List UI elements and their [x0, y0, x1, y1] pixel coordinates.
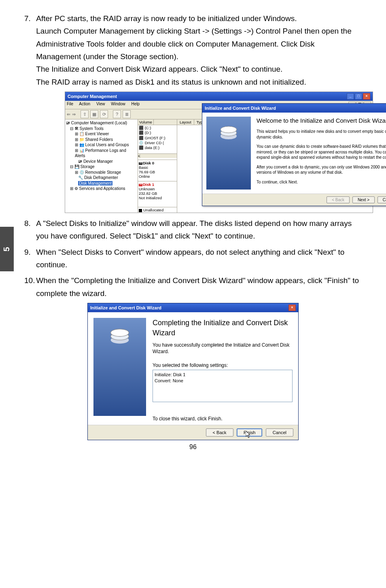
wizard2-close-icon[interactable]: × — [288, 305, 296, 311]
close-icon[interactable]: × — [363, 93, 370, 100]
wizard-heading: Welcome to the Initialize and Convert Di… — [257, 117, 386, 125]
cursor-icon — [246, 431, 252, 439]
mmc-titlebar: Computer Management _ □ × — [65, 92, 373, 101]
svg-point-5 — [111, 329, 129, 337]
screenshot-computer-management: Computer Management _ □ × File Action Vi… — [65, 92, 373, 213]
step-body: After PC starts, the RAID array is now r… — [36, 12, 361, 88]
page-number: 96 — [24, 443, 362, 451]
maximize-icon[interactable]: □ — [355, 93, 362, 100]
up-icon[interactable]: ⇧ — [81, 110, 89, 118]
menu-view[interactable]: View — [96, 102, 105, 106]
menu-window[interactable]: Window — [111, 102, 125, 106]
menu-file[interactable]: File — [67, 102, 73, 106]
wizard-welcome-window: Initialize and Convert Disk Wizard × Wel… — [202, 103, 386, 206]
step-7: 7. After PC starts, the RAID array is no… — [24, 12, 362, 88]
wizard2-graphic — [93, 318, 146, 416]
help-icon[interactable]: ? — [113, 110, 121, 118]
wizard-graphic — [206, 117, 251, 190]
nav-back-icon[interactable]: ⇐ — [67, 112, 70, 117]
chapter-tab: 5 — [0, 227, 14, 271]
disk0-tile[interactable]: 🖴Disk 0 Basic 76.69 GB Online — [138, 160, 177, 179]
legend-unallocated: Unallocated — [138, 207, 178, 213]
tree-disk-management[interactable]: Disk Management — [78, 181, 112, 185]
step-number: 7. — [24, 12, 34, 25]
mmc-title: Computer Management — [68, 94, 117, 99]
step-9: 9. When "Select Disks to Convert" window… — [24, 246, 362, 271]
wizard-next-button[interactable]: Next > — [352, 196, 375, 203]
wizard2-back-button[interactable]: < Back — [206, 428, 233, 437]
menu-help[interactable]: Help — [131, 102, 140, 106]
svg-marker-6 — [246, 431, 250, 438]
volume-pane: Volume ⬛ (C:) ⬛ (D:) ⬛ GHOST (F:) 💿 Driv… — [138, 119, 177, 213]
wizard2-title: Initialize and Convert Disk Wizard — [90, 305, 161, 310]
step-10: 10. When the "Completing the Initialize … — [24, 274, 362, 300]
wizard-title: Initialize and Convert Disk Wizard — [205, 106, 276, 111]
step-8: 8. A "Select Disks to Initialize" window… — [24, 217, 362, 243]
nav-fwd-icon[interactable]: ⇒ — [72, 112, 76, 117]
list-icon[interactable]: ≣ — [123, 110, 131, 118]
disk1-tile[interactable]: 🖴Disk 1 Unknown 232.82 GB Not Initialize… — [138, 181, 177, 201]
mmc-tree[interactable]: 🖳 Computer Management (Local) ⊟ 🛠 System… — [65, 119, 138, 213]
wizard2-settings-box: Initialize: Disk 1 Convert: None — [153, 370, 293, 402]
wizard2-heading: Completing the Initialize and Convert Di… — [153, 318, 293, 338]
wizard2-cancel-button[interactable]: Cancel — [266, 428, 293, 437]
svg-point-2 — [221, 126, 237, 133]
wizard-cancel-button[interactable]: Cancel — [378, 196, 386, 203]
properties-icon[interactable]: ▦ — [90, 110, 98, 118]
menu-action[interactable]: Action — [79, 102, 90, 106]
refresh-icon[interactable]: ⟳ — [100, 110, 108, 118]
wizard-back-button: < Back — [327, 196, 350, 203]
screenshot-wizard-complete: Initialize and Convert Disk Wizard × Com… — [87, 303, 299, 440]
minimize-icon[interactable]: _ — [347, 93, 354, 100]
